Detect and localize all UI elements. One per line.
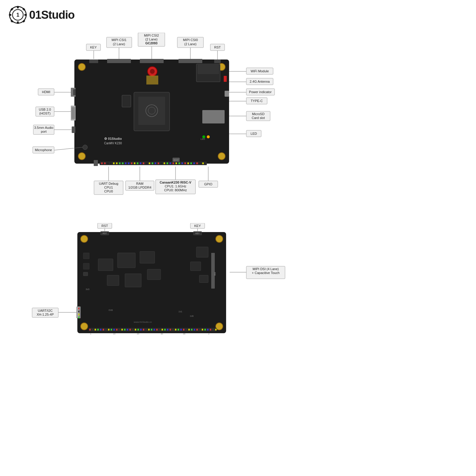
svg-text:BOOT: BOOT [173,159,178,161]
svg-rect-58 [161,162,162,164]
svg-rect-212 [154,329,155,331]
svg-rect-31 [198,65,219,74]
svg-rect-61 [170,162,171,164]
svg-rect-43 [116,162,118,164]
svg-rect-214 [159,329,160,331]
svg-text:+ Capacitive Touch: + Capacitive Touch [252,271,279,275]
svg-text:3.5mm Audio: 3.5mm Audio [34,126,53,129]
svg-text:port: port [41,130,47,133]
svg-rect-223 [183,329,184,331]
svg-rect-191 [97,329,99,331]
svg-text:CanaanK230 RISC-V: CanaanK230 RISC-V [160,181,192,184]
svg-point-158 [216,323,223,330]
svg-rect-235 [215,329,217,331]
svg-rect-60 [167,162,168,164]
svg-rect-230 [202,329,203,331]
svg-text:1/2GB LPDDR4: 1/2GB LPDDR4 [128,186,151,189]
svg-rect-69 [193,162,195,164]
svg-rect-217 [167,329,168,331]
svg-text:LED: LED [250,132,257,135]
svg-text:(2 Lane): (2 Lane) [145,37,158,41]
svg-rect-195 [108,329,109,331]
svg-rect-240 [78,314,79,315]
svg-rect-79 [122,95,131,107]
svg-point-14 [78,153,85,160]
svg-rect-55 [152,162,153,164]
svg-rect-220 [175,329,176,331]
svg-rect-221 [178,329,179,331]
svg-rect-241 [78,317,79,318]
svg-rect-168 [98,259,113,271]
svg-rect-209 [145,329,147,331]
svg-text:CPU1: CPU1 [104,186,113,189]
svg-rect-234 [212,329,214,331]
svg-text:GC2093: GC2093 [145,41,158,45]
svg-rect-231 [204,329,206,331]
svg-rect-4 [9,14,11,16]
svg-text:MicroSD: MicroSD [252,112,264,116]
svg-rect-216 [164,329,166,331]
svg-text:RAM: RAM [136,182,143,185]
svg-rect-232 [207,329,209,331]
svg-rect-48 [131,162,132,164]
svg-text:1V8: 1V8 [190,315,194,317]
svg-rect-71 [199,162,201,164]
svg-rect-226 [191,329,192,331]
svg-text:KEY: KEY [195,232,200,234]
svg-rect-66 [184,162,186,164]
svg-rect-177 [190,262,201,271]
svg-rect-21 [146,76,158,84]
svg-rect-174 [211,253,215,289]
bottom-board-svg: RST KEY 3V3 OV8 DSI [6,223,309,348]
svg-rect-208 [143,329,144,331]
svg-text:KEY: KEY [194,224,201,228]
svg-text:MIPI DSI (4 Lane): MIPI DSI (4 Lane) [253,267,279,271]
svg-rect-65 [181,162,183,164]
svg-rect-22 [178,59,202,63]
svg-rect-201 [124,329,126,331]
svg-text:TYPE-C: TYPE-C [251,99,263,103]
svg-rect-38 [101,162,103,164]
svg-rect-44 [119,162,120,164]
svg-text:1: 1 [90,333,91,335]
svg-text:OV8: OV8 [109,309,113,311]
svg-rect-173 [147,269,161,280]
svg-rect-47 [128,162,129,164]
svg-rect-211 [151,329,152,331]
svg-rect-207 [140,329,142,331]
svg-text:⚙ 01Studio: ⚙ 01Studio [104,137,122,140]
svg-rect-170 [140,251,155,263]
svg-rect-227 [194,329,195,331]
svg-rect-57 [158,162,159,164]
svg-rect-224 [186,329,187,331]
svg-rect-200 [121,329,123,331]
svg-text:KEY: KEY [90,46,97,49]
svg-rect-53 [146,162,147,164]
svg-text:RST: RST [101,224,108,228]
svg-text:CanMV K230: CanMV K230 [104,142,122,145]
svg-rect-27 [71,107,75,119]
svg-text:1: 1 [16,12,19,18]
svg-text:2: 2 [208,333,209,335]
svg-rect-5 [24,14,27,16]
svg-rect-54 [149,162,150,164]
svg-text:MIPI CSI0: MIPI CSI0 [183,38,198,42]
svg-rect-17 [107,59,131,63]
svg-rect-229 [199,329,201,331]
svg-rect-172 [125,274,141,287]
svg-rect-169 [118,253,135,268]
svg-rect-206 [137,329,139,331]
svg-text:DSI: DSI [214,272,216,276]
top-board-diagram: ataduPad ⚙ 01Studio CanMV K230 BOOT LED … [6,33,309,217]
svg-rect-205 [135,329,136,331]
svg-text:MIPI CSI1: MIPI CSI1 [112,38,126,42]
svg-text:UART Debug: UART Debug [99,182,118,185]
svg-text:2.4G Antenna: 2.4G Antenna [250,80,270,83]
svg-rect-18 [140,59,164,63]
svg-rect-49 [134,162,135,164]
svg-rect-197 [113,329,115,331]
svg-text:CPU0: CPU0 [104,190,113,193]
svg-rect-193 [103,329,104,331]
svg-rect-171 [107,275,119,286]
svg-rect-194 [105,329,107,331]
